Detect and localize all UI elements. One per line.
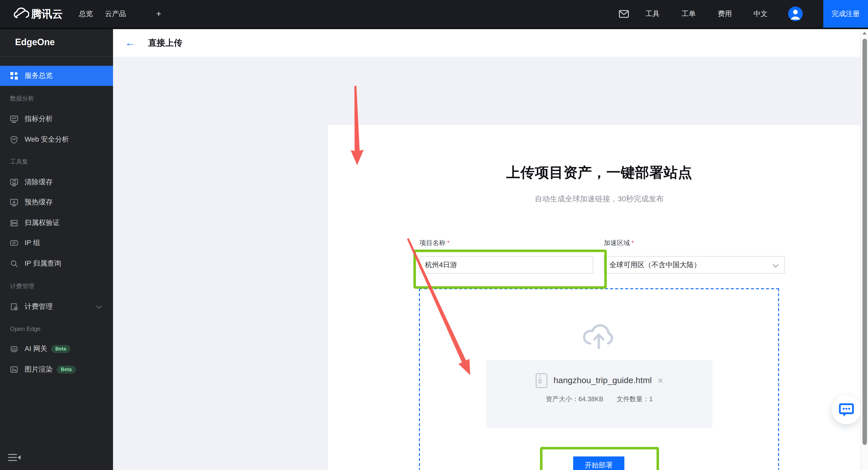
chat-bubble-icon <box>839 403 854 417</box>
cloud-upload-icon <box>581 318 617 349</box>
content-area: 上传项目资产，一键部署站点 自动生成全球加速链接，30秒完成发布 项目名称* 加… <box>113 57 868 470</box>
sidebar-item-ip-group[interactable]: IP IP 组 <box>0 233 113 253</box>
sidebar-divider <box>0 56 113 57</box>
svg-text:IP: IP <box>12 241 16 245</box>
upload-card: 上传项目资产，一键部署站点 自动生成全球加速链接，30秒完成发布 项目名称* 加… <box>328 125 868 470</box>
required-asterisk: * <box>447 239 450 247</box>
brand-name[interactable]: 腾讯云 <box>31 0 63 28</box>
remove-file-icon[interactable]: × <box>658 376 663 385</box>
user-avatar[interactable] <box>788 6 803 21</box>
sidebar-item-image-render[interactable]: 图片渲染 Beta <box>0 360 113 379</box>
project-name-input[interactable] <box>420 256 593 274</box>
ownership-verification-icon <box>10 219 18 227</box>
nav-item-overview[interactable]: 总览 <box>79 0 93 28</box>
nav-add-tab-button[interactable]: + <box>156 0 161 28</box>
sidebar-item-metrics-analysis[interactable]: 指标分析 <box>0 109 113 129</box>
sidebar-item-label: IP 归属查询 <box>25 259 61 268</box>
sidebar-item-label: 清除缓存 <box>25 178 53 187</box>
back-arrow-icon[interactable]: ← <box>125 29 135 57</box>
region-select-value: 全球可用区（不含中国大陆） <box>609 261 701 269</box>
sidebar-item-ai-gateway[interactable]: AI 网关 Beta <box>0 340 113 358</box>
uploaded-file-panel: hangzhou_trip_guide.html × 资产大小：64.38KB … <box>486 360 712 428</box>
hero-subtitle: 自动生成全球加速链接，30秒完成发布 <box>328 194 868 204</box>
sidebar-item-web-security-analysis[interactable]: Web 安全分析 <box>0 130 113 149</box>
metrics-chart-icon <box>10 115 18 123</box>
sidebar-item-label: 图片渲染 <box>25 365 53 374</box>
required-asterisk: * <box>631 239 634 247</box>
region-select[interactable]: 全球可用区（不含中国大陆） <box>604 256 785 274</box>
select-chevron-down-icon <box>773 262 779 268</box>
sidebar-item-ownership-verification[interactable]: 归属权验证 <box>0 213 113 232</box>
sidebar-section-open-edge: Open Edge <box>10 325 111 333</box>
nav-item-billing[interactable]: 费用 <box>718 0 732 28</box>
region-label: 加速区域* <box>604 239 634 248</box>
tencent-cloud-logo-icon[interactable] <box>12 7 29 20</box>
ip-lookup-icon <box>10 260 18 268</box>
product-title: EdgeOne <box>15 37 55 48</box>
image-render-icon <box>10 366 18 374</box>
app-root: 腾讯云 总览 云产品 + 工具 工单 费用 中文 完成注册 EdgeOne <box>0 0 868 470</box>
sidebar-item-label: 服务总览 <box>25 71 53 80</box>
nav-item-tools[interactable]: 工具 <box>646 0 659 28</box>
sidebar-item-label: AI 网关 <box>25 344 47 353</box>
file-row: hangzhou_trip_guide.html × <box>486 373 712 388</box>
sidebar-section-data-analysis: 数据分析 <box>10 94 111 102</box>
collapse-sidebar-icon[interactable] <box>8 453 22 462</box>
chevron-down-icon[interactable] <box>96 303 102 309</box>
beta-badge: Beta <box>51 345 70 353</box>
hero-title: 上传项目资产，一键部署站点 <box>328 163 868 182</box>
sidebar: EdgeOne 服务总览 数据分析 指标 <box>0 29 113 470</box>
page-title: 直接上传 <box>148 29 182 57</box>
file-meta-row: 资产大小：64.38KB 文件数量：1 <box>486 395 712 404</box>
sidebar-item-purge-cache[interactable]: 清除缓存 <box>0 173 113 192</box>
ai-gateway-icon <box>10 345 18 353</box>
prewarm-cache-icon <box>10 198 18 207</box>
start-deploy-button[interactable]: 开始部署 <box>573 457 624 470</box>
sidebar-item-label: Web 安全分析 <box>25 135 69 144</box>
purge-cache-icon <box>10 178 18 186</box>
sidebar-item-ip-lookup[interactable]: IP 归属查询 <box>0 254 113 273</box>
web-security-shield-icon <box>10 135 18 144</box>
file-count: 文件数量：1 <box>617 395 653 404</box>
complete-registration-button[interactable]: 完成注册 <box>823 0 868 28</box>
nav-item-language[interactable]: 中文 <box>753 0 768 28</box>
mail-icon[interactable] <box>619 10 629 18</box>
sidebar-item-label: IP 组 <box>25 239 40 248</box>
chat-support-button[interactable] <box>832 395 861 424</box>
sidebar-item-label: 预热缓存 <box>25 198 53 207</box>
project-name-label: 项目名称* <box>420 239 450 248</box>
zip-file-icon <box>535 373 548 388</box>
scrollbar-thumb[interactable] <box>863 39 867 445</box>
sidebar-item-label: 归属权验证 <box>25 218 60 227</box>
page-header: ← 直接上传 <box>113 29 868 57</box>
asset-size: 资产大小：64.38KB <box>546 395 603 404</box>
top-navbar: 腾讯云 总览 云产品 + 工具 工单 费用 中文 完成注册 <box>0 0 868 29</box>
billing-icon <box>10 303 18 311</box>
vertical-scrollbar[interactable] <box>861 29 868 470</box>
uploaded-file-name: hangzhou_trip_guide.html <box>554 376 652 386</box>
scrollbar-up-arrow-icon[interactable] <box>863 32 867 35</box>
sidebar-section-toolset: 工具集 <box>10 158 111 166</box>
sidebar-item-label: 指标分析 <box>25 115 53 124</box>
nav-item-tickets[interactable]: 工单 <box>682 0 696 28</box>
sidebar-item-label: 计费管理 <box>25 302 53 311</box>
nav-item-products[interactable]: 云产品 <box>105 0 126 28</box>
sidebar-item-billing-management[interactable]: 计费管理 <box>0 297 113 316</box>
sidebar-item-prewarm-cache[interactable]: 预热缓存 <box>0 193 113 212</box>
sidebar-item-service-overview[interactable]: 服务总览 <box>0 66 113 86</box>
beta-badge: Beta <box>57 366 75 374</box>
ip-group-icon: IP <box>10 239 18 247</box>
sidebar-section-billing: 计费管理 <box>10 282 111 290</box>
grid-icon <box>10 72 18 80</box>
